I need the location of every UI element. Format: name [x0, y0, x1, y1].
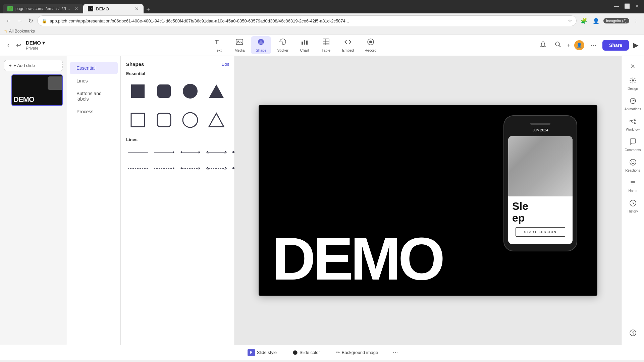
sidebar-help-button[interactable]: ? — [623, 326, 643, 341]
svg-point-18 — [183, 84, 198, 99]
undo-button[interactable]: ↩ — [14, 40, 23, 51]
presentation-title: DEMO — [26, 40, 41, 46]
slide-thumbnail-1[interactable]: DEMO — [11, 74, 63, 106]
help-icon: ? — [629, 329, 637, 338]
play-button[interactable]: ▶ — [633, 41, 639, 50]
tab-pageflows[interactable]: 🌿 pageflows.com/_/emails/_/7fb5... ✕ — [3, 4, 83, 13]
line-dashed-arrow[interactable] — [152, 162, 176, 175]
shape-outline-rounded-square[interactable] — [152, 108, 176, 132]
shape-filled-triangle[interactable] — [205, 79, 228, 103]
design-icon — [629, 77, 637, 86]
minimize-button[interactable]: — — [612, 3, 621, 9]
line-arrow-both-open[interactable] — [205, 145, 228, 159]
line-dashed-dot-arrow[interactable] — [231, 162, 234, 175]
slide-color-button[interactable]: Slide color — [289, 348, 324, 357]
toolbar-tools: T Text Media Shape Sticker — [54, 36, 535, 54]
shape-outline-circle[interactable] — [178, 108, 202, 132]
browser-menu-button[interactable]: ⋮ — [632, 16, 640, 25]
reactions-icon — [629, 159, 637, 168]
slide-canvas[interactable]: DEMO July 2024 Sleep — [259, 105, 597, 296]
shape-outline-diamond[interactable] — [231, 108, 234, 132]
sidebar-close-button[interactable]: ✕ — [628, 60, 638, 73]
tool-record[interactable]: Record — [360, 36, 381, 54]
svg-point-49 — [232, 167, 234, 169]
tab-close-1[interactable]: ✕ — [74, 6, 78, 11]
profile-button[interactable]: 👤 — [591, 16, 601, 25]
category-essential[interactable]: Essential — [70, 62, 118, 74]
refresh-button[interactable]: ↻ — [27, 16, 35, 26]
tool-media-label: Media — [234, 48, 245, 52]
line-dashed[interactable] — [126, 162, 150, 175]
shape-filled-diamond[interactable] — [231, 79, 234, 103]
extensions-button[interactable]: 🧩 — [579, 16, 589, 25]
notifications-button[interactable] — [538, 39, 548, 51]
tool-table[interactable]: Table — [316, 36, 336, 54]
sidebar-workflow-button[interactable]: Workflow — [623, 115, 643, 134]
shape-outline-square[interactable] — [126, 108, 150, 132]
tab-demo[interactable]: P DEMO ✕ — [83, 4, 144, 13]
title-dropdown-icon[interactable]: ▾ — [42, 40, 45, 46]
back-nav-button[interactable]: ← — [4, 16, 13, 26]
tool-shape[interactable]: Shape — [251, 36, 271, 54]
comments-icon — [629, 138, 637, 147]
svg-point-14 — [555, 42, 559, 46]
shape-categories: Essential Lines Buttons and labels Proce… — [67, 56, 121, 345]
overflow-menu-button[interactable]: ⋯ — [588, 40, 598, 51]
more-options-button[interactable]: ··· — [390, 348, 400, 357]
incognito-badge[interactable]: Incognito (2) — [603, 18, 629, 23]
tool-chart[interactable]: Chart — [294, 36, 315, 54]
category-buttons-labels[interactable]: Buttons and labels — [70, 87, 118, 105]
app-title: DEMO ▾ Private — [26, 40, 45, 51]
tool-text[interactable]: T Text — [208, 36, 228, 54]
slide-style-icon: P — [248, 349, 255, 356]
category-process[interactable]: Process — [70, 106, 118, 118]
sidebar-notes-button[interactable]: Notes — [623, 176, 643, 195]
svg-rect-16 — [131, 84, 145, 98]
back-button[interactable]: ‹ — [5, 40, 11, 51]
phone-start-button: START SESSION — [516, 227, 565, 237]
bookmark-button[interactable]: ☆ — [568, 18, 572, 23]
tool-media[interactable]: Media — [229, 36, 250, 54]
maximize-button[interactable]: ⬜ — [622, 3, 632, 9]
record-icon — [367, 38, 374, 47]
sidebar-animations-button[interactable]: Animations — [623, 95, 643, 114]
bookmarks-label: All Bookmarks — [9, 29, 35, 34]
line-arrow-right[interactable] — [152, 145, 176, 159]
line-simple[interactable] — [126, 145, 150, 159]
tool-embed[interactable]: Embed — [337, 36, 359, 54]
svg-marker-46 — [199, 167, 200, 170]
shape-outline-triangle[interactable] — [205, 108, 228, 132]
share-button[interactable]: Share — [602, 40, 629, 51]
animations-label: Animations — [625, 107, 641, 111]
shape-filled-circle[interactable] — [178, 79, 202, 103]
phone-date: July 2024 — [508, 128, 573, 132]
sidebar-design-button[interactable]: Design — [623, 74, 643, 93]
svg-point-66 — [633, 161, 634, 162]
line-dashed-open-both[interactable] — [205, 162, 228, 175]
svg-text:T: T — [215, 39, 219, 46]
svg-marker-32 — [180, 151, 182, 154]
svg-point-56 — [632, 101, 633, 102]
edit-button[interactable]: Edit — [222, 62, 229, 67]
line-dashed-arrow-both[interactable] — [178, 162, 202, 175]
sidebar-reactions-button[interactable]: Reactions — [623, 156, 643, 175]
forward-nav-button[interactable]: → — [15, 16, 24, 26]
slide-style-button[interactable]: P Slide style — [244, 347, 281, 358]
background-image-button[interactable]: ✏ Background image — [332, 348, 382, 357]
tab-close-2[interactable]: ✕ — [135, 6, 139, 11]
tool-sticker[interactable]: Sticker — [272, 36, 293, 54]
svg-text:?: ? — [632, 330, 635, 336]
sidebar-comments-button[interactable]: Comments — [623, 135, 643, 155]
add-slide-button[interactable]: + + Add slide — [4, 60, 63, 71]
close-window-button[interactable]: ✕ — [633, 3, 641, 9]
shape-filled-square[interactable] — [126, 79, 150, 103]
search-button[interactable] — [552, 39, 563, 51]
shape-filled-rounded-square[interactable] — [152, 79, 176, 103]
sidebar-history-button[interactable]: History — [623, 197, 643, 216]
line-dot-arrow[interactable] — [231, 145, 234, 159]
category-lines[interactable]: Lines — [70, 75, 118, 87]
avatar-button[interactable]: 👤 — [574, 40, 584, 50]
new-tab-button[interactable]: + — [144, 6, 153, 13]
address-bar[interactable]: 🔒 app.pitch.com/app/presentation/b86dbc6… — [37, 15, 577, 26]
line-arrow-both[interactable] — [178, 145, 202, 159]
